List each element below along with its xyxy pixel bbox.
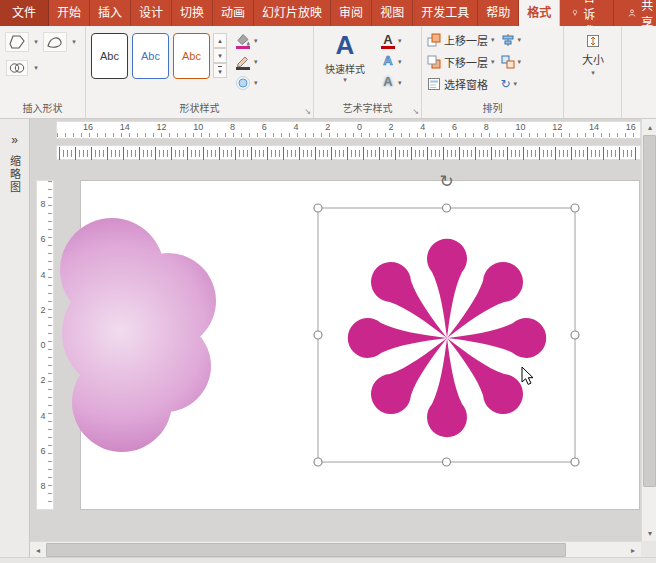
shapes-dropdown-arrow[interactable]: ▾ [34, 38, 38, 46]
resize-handle-bottom[interactable] [443, 458, 451, 466]
shape-fill-button[interactable]: ▾ [233, 32, 260, 50]
scroll-up-button[interactable]: ▴ [642, 119, 656, 135]
selection-pane-icon [427, 77, 441, 91]
text-fill-button[interactable]: A ▾ [379, 32, 404, 50]
tab-格式[interactable]: 格式 [519, 0, 560, 26]
horizontal-ruler: 1614121086420246810121416 [56, 121, 641, 139]
gallery-up-button[interactable]: ▴ [213, 33, 227, 48]
selection-pane-button[interactable]: 选择窗格 [427, 75, 495, 93]
tab-帮助[interactable]: 帮助 [478, 0, 519, 26]
expand-pane-chevron-icon[interactable]: » [0, 133, 29, 147]
h-ruler-number: 6 [452, 122, 457, 134]
gradient-flower-shape[interactable] [60, 218, 216, 452]
h-ruler-number: 12 [552, 122, 562, 134]
freeform-shape-icon[interactable] [5, 32, 29, 52]
wordart-preview-letter: A [336, 31, 355, 59]
vertical-scrollbar[interactable]: ▴ ▾ [641, 119, 656, 541]
resize-handle-bottom-left[interactable] [314, 458, 322, 466]
shape-effects-button[interactable]: ▾ [233, 74, 260, 92]
shape-outline-button[interactable]: ▾ [233, 53, 260, 71]
send-backward-icon [427, 55, 441, 69]
scroll-down-button[interactable]: ▾ [642, 525, 656, 541]
resize-handle-left[interactable] [314, 331, 322, 339]
resize-handle-top-left[interactable] [314, 204, 322, 212]
text-fill-icon: A [381, 33, 395, 49]
align-button[interactable]: ▾ [501, 31, 522, 49]
tab-切换[interactable]: 切换 [172, 0, 213, 26]
scrollbar-corner [641, 541, 656, 557]
group-label-shape-styles: 形状样式 [86, 102, 313, 118]
quick-styles-label: 快速样式 [325, 61, 365, 76]
shape-style-preset-2[interactable]: Abc [132, 33, 169, 79]
tab-视图[interactable]: 视图 [372, 0, 413, 26]
horizontal-scrollbar[interactable]: ◂ ▸ [30, 541, 641, 557]
tell-me-button[interactable]: 告诉我 [560, 0, 614, 26]
h-ruler-number: 14 [589, 122, 599, 134]
rotation-handle-icon[interactable]: ↻ [439, 172, 453, 191]
shape-style-preset-3[interactable]: Abc [173, 33, 210, 79]
align-icon [501, 33, 515, 47]
group-objects-button[interactable]: ▾ [501, 53, 522, 71]
size-button[interactable]: 大小 ▾ [569, 33, 617, 77]
tab-审阅[interactable]: 审阅 [331, 0, 372, 26]
send-backward-button[interactable]: 下移一层 ▾ [427, 53, 495, 71]
bring-forward-icon [427, 33, 441, 47]
horizontal-tick-strip [56, 145, 641, 160]
group-label-insert-shapes: 插入形状 [0, 102, 85, 118]
horizontal-scroll-thumb[interactable] [46, 543, 566, 557]
lightbulb-icon [572, 6, 578, 20]
text-effects-icon: A [381, 75, 395, 91]
wordart-dialog-launcher[interactable]: ↘ [412, 108, 419, 116]
rotate-objects-icon: ↻ [501, 77, 511, 91]
curve-shape-icon[interactable] [43, 32, 67, 52]
share-button[interactable]: 共享 [614, 0, 656, 26]
tab-动画[interactable]: 动画 [213, 0, 254, 26]
text-outline-button[interactable]: A ▾ [379, 53, 404, 71]
h-ruler-number: 4 [420, 122, 425, 134]
h-ruler-number: 2 [389, 122, 394, 134]
shapes-overlay: ↻ [30, 161, 641, 541]
gallery-down-button[interactable]: ▾ [213, 48, 227, 63]
text-effects-button[interactable]: A ▾ [379, 74, 404, 92]
h-ruler-number: 16 [83, 122, 93, 134]
group-arrange: 上移一层 ▾ 下移一层 ▾ [422, 26, 564, 118]
gallery-more-button[interactable]: ▾ [213, 63, 227, 78]
tab-幻灯片放映[interactable]: 幻灯片放映 [254, 0, 331, 26]
resize-handle-top[interactable] [443, 204, 451, 212]
rotate-objects-button[interactable]: ↻ ▾ [501, 75, 522, 93]
mouse-cursor [522, 367, 533, 384]
scroll-left-button[interactable]: ◂ [30, 542, 46, 558]
resize-handle-bottom-right[interactable] [571, 458, 579, 466]
bring-forward-button[interactable]: 上移一层 ▾ [427, 31, 495, 49]
group-label-arrange: 排列 [422, 102, 563, 118]
h-ruler-number: 0 [357, 122, 362, 134]
h-ruler-number: 16 [626, 122, 636, 134]
thumbnail-pane-collapsed[interactable]: » 缩略图 [0, 119, 30, 563]
shape-style-preset-1[interactable]: Abc [91, 33, 128, 79]
shape-outline-icon [235, 54, 251, 70]
scroll-right-button[interactable]: ▸ [625, 542, 641, 558]
shape-style-gallery: AbcAbcAbc [91, 33, 210, 79]
shape-styles-dialog-launcher[interactable]: ↘ [304, 108, 311, 116]
tab-插入[interactable]: 插入 [90, 0, 131, 26]
edit-shape-dropdown-arrow[interactable]: ▾ [72, 38, 76, 46]
group-insert-shapes: ▾ ▾ ▾ 插入形状 [0, 26, 86, 118]
tab-开发工具[interactable]: 开发工具 [413, 0, 478, 26]
resize-handle-top-right[interactable] [571, 204, 579, 212]
resize-handle-right[interactable] [571, 331, 579, 339]
vertical-scroll-thumb[interactable] [643, 135, 656, 487]
text-outline-icon: A [381, 54, 395, 70]
tab-设计[interactable]: 设计 [131, 0, 172, 26]
eight-petal-flower-shape[interactable] [348, 239, 546, 437]
h-ruler-number: 12 [156, 122, 166, 134]
size-label: 大小 [582, 51, 604, 67]
merge-shapes-icon[interactable] [6, 60, 28, 76]
tab-开始[interactable]: 开始 [49, 0, 90, 26]
tab-文件[interactable]: 文件 [0, 0, 49, 26]
group-size: 大小 ▾ [564, 26, 622, 118]
h-ruler-number: 8 [484, 122, 489, 134]
h-ruler-number: 4 [293, 122, 298, 134]
quick-styles-button[interactable]: A 快速样式 ▾ [319, 31, 371, 84]
merge-shapes-dropdown-arrow[interactable]: ▾ [34, 64, 38, 72]
person-icon [628, 7, 636, 19]
